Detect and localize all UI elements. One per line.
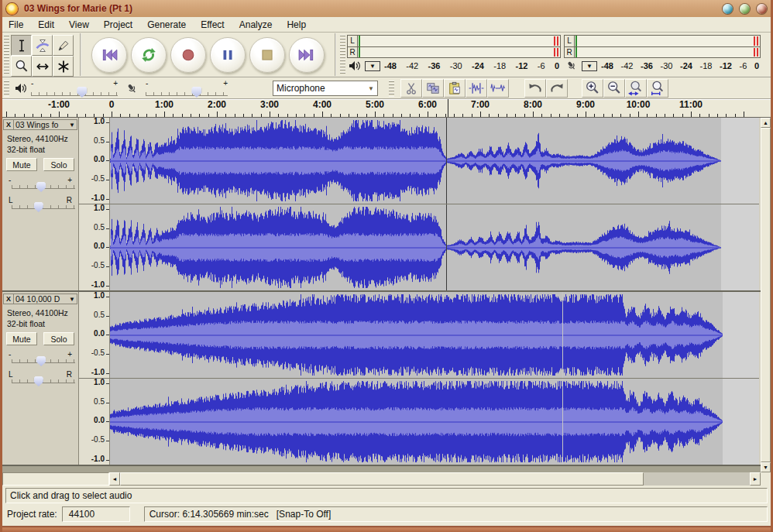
horizontal-scroll-thumb[interactable] [120,472,644,486]
pause-button[interactable] [210,37,246,73]
track-1-mute-button[interactable]: Mute [6,158,37,171]
amplitude-label: 1.0 [94,204,105,213]
play-button[interactable] [131,37,167,73]
track-2-right-waveform[interactable] [110,379,759,465]
silence-button[interactable] [487,79,509,98]
amplitude-label: 0.5 [94,397,105,407]
horizontal-scrollbar[interactable]: ◄ ► [2,472,771,486]
timeline-ruler[interactable]: -1:0001:002:003:004:005:006:007:008:009:… [2,99,771,118]
track-2-gain-thumb[interactable] [36,356,46,366]
zoom-in-icon [584,81,601,96]
clipboard-icon [446,81,463,95]
meter-channel-label: L [565,37,574,45]
undo-button[interactable] [524,79,546,98]
edit-toolbar-grip[interactable] [389,81,394,97]
cursor-position-status: Cursor: 6:14.305669 min:sec [Snap-To Off… [144,506,768,522]
menu-item-analyze[interactable]: Analyze [239,19,273,30]
track-1-right-waveform[interactable] [110,204,759,290]
scroll-down-button[interactable]: ▼ [761,462,771,472]
paste-button[interactable] [444,79,466,98]
menu-item-project[interactable]: Project [104,19,132,30]
track-2-left-waveform[interactable] [110,292,759,378]
timeline-label: 11:00 [679,99,703,110]
track-1-solo-button[interactable]: Solo [43,158,74,171]
tools-toolbar-grip[interactable] [4,35,9,74]
scrollbar-track[interactable] [644,472,750,486]
track-1-sample-format: 32-bit float [2,145,78,154]
track-1-pan-thumb[interactable] [34,202,43,212]
draw-tool-button[interactable] [53,35,74,56]
track-1-left-waveform[interactable] [110,118,759,204]
scroll-up-button[interactable]: ▲ [761,118,771,128]
track-2-pan-slider[interactable]: L R [9,372,72,386]
window-close-button[interactable] [757,4,767,14]
project-rate-value[interactable]: 44100 [62,506,130,522]
menu-item-view[interactable]: View [69,19,89,30]
zoom-tool-button[interactable] [11,56,32,77]
track-1-title-menu[interactable]: 03 Wings fo ▼ [14,119,77,130]
track-1-right-channel[interactable]: 1.00.50.0-0.5-1.0 [79,204,759,290]
input-meter[interactable]: L R ▼ -48-42-36-30-24-18-12-60 [564,33,761,77]
output-volume-slider[interactable]: - + [31,81,118,96]
multi-tool-button[interactable] [53,56,74,77]
fit-selection-button[interactable] [625,79,647,98]
menu-item-effect[interactable]: Effect [201,19,224,30]
stop-button[interactable] [249,37,285,73]
window-minimize-button[interactable] [723,4,733,14]
envelope-tool-button[interactable] [32,35,53,56]
timeshift-tool-button[interactable] [32,56,53,77]
track-1-close-button[interactable]: X [3,119,14,130]
track-2-close-button[interactable]: X [3,293,14,304]
zoom-in-button[interactable] [582,79,603,98]
vertical-scroll-thumb[interactable] [761,128,771,462]
meter-channel-label: L [348,37,357,45]
amplitude-label: 0.5 [94,223,105,232]
scroll-left-button[interactable]: ◄ [109,472,120,486]
meter-scale-value: -30 [661,61,673,70]
vertical-scrollbar[interactable]: ▲ ▼ [761,118,771,472]
output-meter[interactable]: L R ▼ -48-42-36-30-24-18-12-60 [347,33,561,77]
track-1-pan-slider[interactable]: L R [9,197,72,211]
menu-item-edit[interactable]: Edit [38,19,54,30]
selection-tool-button[interactable] [11,35,32,56]
skip-to-start-button[interactable] [91,37,127,73]
input-source-select[interactable]: Microphone ▼ [273,81,378,96]
mixer-toolbar-grip[interactable] [4,81,9,97]
zoom-out-button[interactable] [603,79,625,98]
trim-button[interactable] [466,79,487,98]
input-volume-slider[interactable]: - + [146,81,228,96]
copy-button[interactable] [422,79,444,98]
amplitude-label: 0.0 [94,416,105,425]
scroll-right-button[interactable]: ► [750,472,761,486]
track-2-title-menu[interactable]: 04 10,000 D ▼ [14,293,77,304]
record-button[interactable] [170,37,206,73]
window-maximize-button[interactable] [740,4,750,14]
titlebar[interactable]: 03 Wings for Marie (Pt 1) [0,0,773,17]
track-1-gain-thumb[interactable] [36,182,46,192]
track-area: X 03 Wings fo ▼ Stereo, 44100Hz 32-bit f… [2,118,761,472]
track-menu-arrow-icon: ▼ [69,122,75,129]
timeline-label: 5:00 [366,99,384,110]
track-2-left-channel[interactable]: 1.00.50.0-0.5-1.0 [79,292,759,379]
track-2-pan-thumb[interactable] [34,376,43,386]
cut-button[interactable] [400,79,422,98]
menu-item-generate[interactable]: Generate [147,19,186,30]
track-2-right-channel[interactable]: 1.00.50.0-0.5-1.0 [79,379,759,465]
skip-to-end-button[interactable] [289,37,325,73]
menu-item-file[interactable]: File [9,19,23,30]
track-1-left-channel[interactable]: 1.00.50.0-0.5-1.0 [79,118,759,204]
input-meter-dropdown[interactable]: ▼ [582,61,597,71]
record-icon [180,46,197,63]
track-1-gain-slider[interactable]: - + [9,177,72,191]
meter-toolbar-grip[interactable] [340,35,345,74]
track-2-solo-button[interactable]: Solo [43,332,74,345]
track-2-mute-button[interactable]: Mute [6,332,37,345]
audacity-logo-icon [6,3,18,15]
redo-button[interactable] [546,79,568,98]
menu-item-help[interactable]: Help [287,19,306,30]
tools-toolbar [11,33,77,77]
track-2-gain-slider[interactable]: - + [9,352,72,366]
toolbar-top: L R ▼ -48-42-36-30-24-18-12-60 L [2,33,771,77]
output-meter-dropdown[interactable]: ▼ [365,61,380,71]
fit-project-button[interactable] [647,79,668,98]
